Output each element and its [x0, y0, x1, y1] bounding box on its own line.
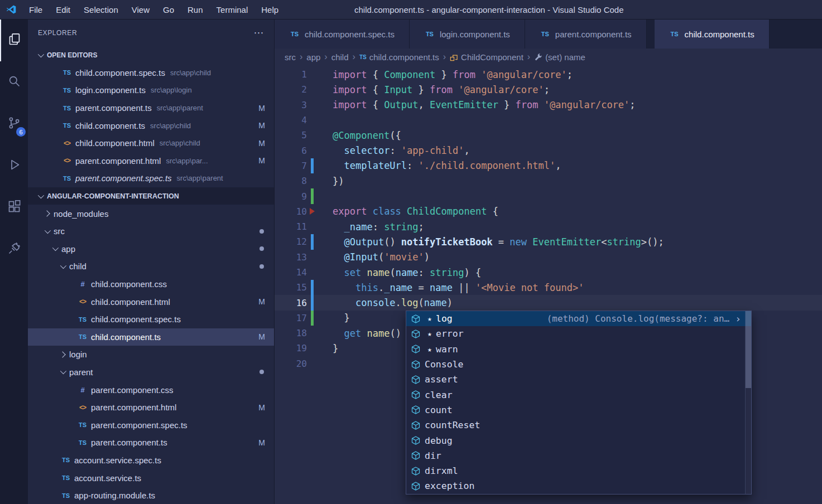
open-editors-header[interactable]: OPEN EDITORS [28, 46, 274, 64]
suggestion-console[interactable]: Console [406, 357, 751, 372]
folder-app[interactable]: app [28, 240, 274, 258]
line-number[interactable]: 3 [275, 100, 308, 110]
line-number[interactable]: 4 [275, 115, 308, 125]
menu-run[interactable]: Run [181, 0, 210, 19]
suggestion-dir[interactable]: dir [406, 448, 751, 463]
code-line[interactable]: 15 this._name = name || '<Movie not foun… [275, 280, 822, 295]
suggestion-log[interactable]: ★log(method) Console.log(message?: an…› [406, 311, 751, 326]
more-actions-icon[interactable]: ⋯ [253, 27, 264, 39]
line-number[interactable]: 19 [275, 343, 308, 353]
menu-edit[interactable]: Edit [49, 0, 77, 19]
menu-view[interactable]: View [125, 0, 156, 19]
suggestion-clear[interactable]: clear [406, 387, 751, 402]
line-number[interactable]: 13 [275, 252, 308, 263]
tab-child-component-spec-ts[interactable]: TSchild.component.spec.ts [275, 20, 410, 49]
open-editor-parent-component-ts[interactable]: TSparent.component.tssrc\app\parentM [28, 99, 274, 117]
code-line[interactable]: 4 [275, 113, 822, 128]
folder-parent[interactable]: parent [28, 364, 274, 381]
activity-source-control-button[interactable]: 6 [0, 103, 28, 145]
breadcrumb-child-component-ts[interactable]: TSchild.component.ts [359, 52, 439, 62]
suggestion-warn[interactable]: ★warn [406, 342, 751, 357]
line-number[interactable]: 6 [275, 146, 308, 156]
line-number[interactable]: 5 [275, 130, 308, 140]
line-number[interactable]: 7 [275, 161, 308, 171]
code-line[interactable]: 9 [275, 188, 822, 203]
line-number[interactable]: 10 [275, 206, 308, 217]
file-parent-component-spec-ts[interactable]: TSparent.component.spec.ts [28, 416, 274, 434]
code-line[interactable]: 10export class ChildComponent { [275, 204, 822, 219]
folder-login[interactable]: login [28, 346, 274, 364]
activity-remote-button[interactable] [0, 229, 28, 270]
suggestion-countreset[interactable]: countReset [406, 418, 751, 433]
code-line[interactable]: 7 templateUrl: './child.component.html', [275, 158, 822, 173]
chevron-right-icon[interactable]: › [735, 313, 741, 324]
breadcrumb-child[interactable]: child [331, 52, 349, 62]
code-line[interactable]: 6 selector: 'app-child', [275, 143, 822, 158]
suggestion-error[interactable]: ★error [406, 326, 751, 341]
file-child-component-html[interactable]: <>child.component.htmlM [28, 293, 274, 311]
open-editor-parent-component-html[interactable]: <>parent.component.htmlsrc\app\par...M [28, 152, 274, 170]
line-number[interactable]: 20 [275, 358, 308, 369]
code-line[interactable]: 12 @Output() notifyTicketBook = new Even… [275, 234, 822, 249]
code-line[interactable]: 11 _name: string; [275, 219, 822, 234]
suggestion-assert[interactable]: assert [406, 372, 751, 387]
tab-login-component-ts[interactable]: TSlogin.component.ts [410, 20, 525, 49]
suggestion-exception[interactable]: exception [406, 478, 751, 493]
file-parent-component-ts[interactable]: TSparent.component.tsM [28, 434, 274, 452]
open-editor-login-component-ts[interactable]: TSlogin.component.tssrc\app\login [28, 81, 274, 99]
line-number[interactable]: 16 [275, 298, 308, 308]
folder-src[interactable]: src [28, 222, 274, 240]
file-parent-component-css[interactable]: #parent.component.css [28, 381, 274, 399]
line-number[interactable]: 17 [275, 313, 308, 323]
activity-search-button[interactable] [0, 61, 28, 103]
suggest-scrollbar[interactable] [745, 311, 751, 494]
code-line[interactable]: 5@Component({ [275, 128, 822, 143]
file-account-service-ts[interactable]: TSaccount.service.ts [28, 469, 274, 487]
menu-go[interactable]: Go [156, 0, 181, 19]
tab-parent-component-ts[interactable]: TSparent.component.ts [525, 20, 647, 49]
file-child-component-css[interactable]: #child.component.css [28, 275, 274, 293]
folder-node-modules[interactable]: node_modules [28, 205, 274, 222]
code-line[interactable]: 14 set name(name: string) { [275, 265, 822, 280]
breadcrumb-childcomponent[interactable]: ChildComponent [450, 52, 523, 62]
line-number[interactable]: 2 [275, 84, 308, 95]
line-number[interactable]: 1 [275, 69, 308, 80]
code-line[interactable]: 1import { Component } from '@angular/cor… [275, 67, 822, 82]
suggest-scrollbar-thumb[interactable] [746, 311, 751, 388]
activity-run-debug-button[interactable] [0, 145, 28, 187]
line-number[interactable]: 15 [275, 282, 308, 293]
folder-child[interactable]: child [28, 258, 274, 275]
open-editor-parent-component-spec-ts[interactable]: TSparent.component.spec.tssrc\app\parent [28, 169, 274, 187]
file-child-component-spec-ts[interactable]: TSchild.component.spec.ts [28, 311, 274, 328]
code-line[interactable]: 8}) [275, 173, 822, 188]
line-number[interactable]: 8 [275, 176, 308, 186]
code-line[interactable]: 13 @Input('movie') [275, 250, 822, 265]
breadcrumb-set-name[interactable]: (set) name [534, 52, 585, 62]
open-editor-child-component-ts[interactable]: TSchild.component.tssrc\app\childM [28, 117, 274, 134]
code-line[interactable]: 16 console.log(name) [275, 295, 822, 310]
menu-file[interactable]: File [22, 0, 49, 19]
code-line[interactable]: 3import { Output, EventEmitter } from '@… [275, 98, 822, 113]
line-number[interactable]: 11 [275, 221, 308, 232]
tab-child-component-ts[interactable]: TSchild.component.ts [655, 20, 770, 49]
project-header[interactable]: ANGULAR-COMPONENT-INTERACTION [28, 187, 274, 205]
file-app-routing-module-ts[interactable]: TSapp-routing.module.ts [28, 487, 274, 504]
activity-explorer-button[interactable] [0, 20, 28, 61]
suggestion-dirxml[interactable]: dirxml [406, 463, 751, 478]
line-number[interactable]: 9 [275, 191, 308, 202]
file-child-component-ts[interactable]: TSchild.component.tsM [28, 328, 274, 346]
suggestion-count[interactable]: count [406, 403, 751, 418]
breadcrumb-src[interactable]: src [285, 52, 296, 62]
open-editor-child-component-html[interactable]: <>child.component.htmlsrc\app\childM [28, 134, 274, 152]
suggestion-debug[interactable]: debug [406, 433, 751, 448]
menu-terminal[interactable]: Terminal [210, 0, 255, 19]
code-line[interactable]: 2import { Input } from '@angular/core'; [275, 82, 822, 97]
menu-selection[interactable]: Selection [77, 0, 125, 19]
breadcrumb-app[interactable]: app [306, 52, 320, 62]
line-number[interactable]: 14 [275, 267, 308, 278]
line-number[interactable]: 12 [275, 236, 308, 247]
open-editor-child-component-spec-ts[interactable]: TSchild.component.spec.tssrc\app\child [28, 64, 274, 82]
activity-extensions-button[interactable] [0, 187, 28, 229]
line-number[interactable]: 18 [275, 328, 308, 338]
file-parent-component-html[interactable]: <>parent.component.htmlM [28, 399, 274, 416]
